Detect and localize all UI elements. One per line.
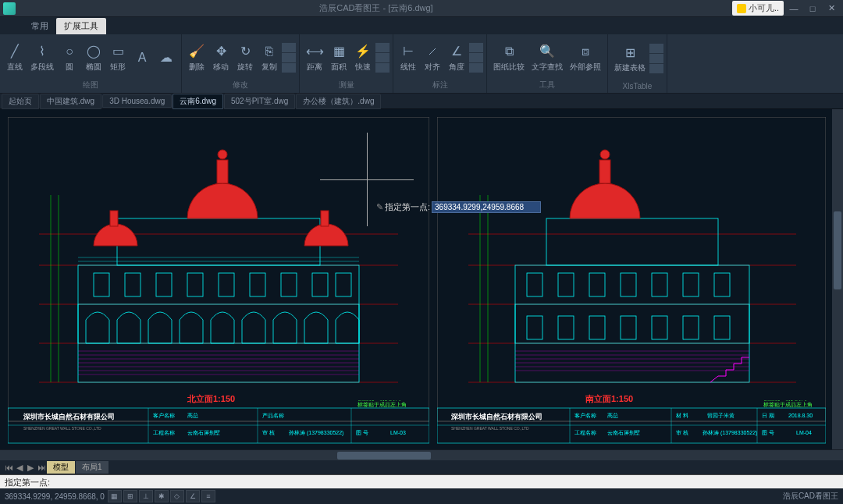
tool-angle[interactable]: ∠角度 bbox=[445, 41, 468, 74]
tool-align[interactable]: ⟋对齐 bbox=[421, 41, 444, 74]
tool-line[interactable]: ╱直线 bbox=[3, 41, 27, 74]
tool-ellipse[interactable]: ◯椭圆 bbox=[82, 41, 105, 74]
close-button[interactable]: ✕ bbox=[823, 2, 840, 16]
xref-icon: ⧈ bbox=[577, 43, 594, 60]
table-icon: ⊞ bbox=[621, 44, 638, 61]
ortho-toggle[interactable]: ⊥ bbox=[139, 490, 153, 502]
svg-rect-56 bbox=[652, 316, 667, 339]
svg-text:材 料: 材 料 bbox=[675, 413, 688, 418]
otrack-toggle[interactable]: ∠ bbox=[186, 490, 200, 502]
command-line[interactable]: 指定第一点: bbox=[0, 474, 843, 488]
tab-nav-last[interactable]: ⏭ bbox=[36, 462, 47, 473]
polyline-icon: ⌇ bbox=[34, 43, 51, 60]
tool-small-12[interactable] bbox=[649, 64, 663, 73]
lwt-toggle[interactable]: ≡ bbox=[201, 490, 215, 502]
tab-layout1[interactable]: 布局1 bbox=[76, 461, 108, 474]
svg-text:云南石屏别墅: 云南石屏别墅 bbox=[607, 430, 640, 435]
grid-toggle[interactable]: ⊞ bbox=[123, 490, 137, 502]
user-chip[interactable]: 小可儿.. bbox=[732, 1, 784, 16]
circle-icon: ○ bbox=[61, 43, 78, 60]
tool-move[interactable]: ✥移动 bbox=[209, 41, 233, 74]
tool-small-11[interactable] bbox=[649, 54, 663, 63]
status-bar: 369334.9299, 24959.8668, 0 ▦ ⊞ ⊥ ✱ ◇ ∠ ≡… bbox=[0, 488, 843, 504]
tool-rect[interactable]: ▭矩形 bbox=[106, 41, 130, 74]
hscroll-thumb[interactable] bbox=[337, 452, 431, 460]
ribbon-group-xlstable: ⊞新建表格 XlsTable bbox=[608, 34, 667, 93]
tool-small-4[interactable] bbox=[375, 43, 389, 52]
svg-point-23 bbox=[218, 150, 227, 159]
tool-small-10[interactable] bbox=[649, 44, 663, 53]
text-icon: A bbox=[133, 49, 151, 66]
rect-icon: ▭ bbox=[109, 43, 126, 60]
svg-rect-48 bbox=[621, 273, 636, 296]
minimize-button[interactable]: — bbox=[785, 2, 802, 16]
svg-rect-53 bbox=[558, 316, 574, 339]
tab-nav-prev[interactable]: ◀ bbox=[14, 462, 25, 473]
tool-rotate[interactable]: ↻旋转 bbox=[233, 41, 257, 74]
tool-linear[interactable]: ⊢线性 bbox=[397, 41, 420, 74]
app-logo-icon bbox=[3, 2, 16, 15]
doctab-start[interactable]: 起始页 bbox=[2, 94, 39, 109]
horizontal-scrollbar[interactable] bbox=[0, 449, 843, 460]
svg-rect-57 bbox=[683, 316, 699, 339]
tool-small-6[interactable] bbox=[375, 63, 389, 73]
vertical-scrollbar[interactable] bbox=[832, 109, 843, 449]
tab-nav-next[interactable]: ▶ bbox=[25, 462, 36, 473]
doctab-2[interactable]: 3D Housea.dwg bbox=[102, 94, 172, 108]
tool-compare[interactable]: ⧉图纸比较 bbox=[490, 41, 528, 74]
svg-rect-58 bbox=[714, 316, 730, 339]
svg-text:留园子米黄: 留园子米黄 bbox=[707, 413, 735, 419]
doctab-5[interactable]: 办公楼（建筑）.dwg bbox=[296, 94, 381, 109]
tool-small-7[interactable] bbox=[469, 43, 483, 52]
svg-rect-54 bbox=[589, 316, 605, 339]
tab-model[interactable]: 模型 bbox=[47, 461, 75, 474]
polar-toggle[interactable]: ✱ bbox=[155, 490, 169, 502]
coordinate-input[interactable] bbox=[432, 201, 541, 213]
tool-small-5[interactable] bbox=[375, 53, 389, 62]
doctab-4[interactable]: 502号PIT室.dwg bbox=[224, 94, 295, 109]
tool-small-8[interactable] bbox=[469, 53, 483, 62]
distance-icon: ⟷ bbox=[306, 43, 323, 60]
compare-icon: ⧉ bbox=[500, 43, 518, 60]
osnap-toggle[interactable]: ◇ bbox=[170, 490, 184, 502]
tool-distance[interactable]: ⟷距离 bbox=[303, 41, 326, 74]
tab-extended-tools[interactable]: 扩展工具 bbox=[56, 18, 106, 34]
svg-rect-45 bbox=[527, 273, 542, 296]
vscroll-thumb[interactable] bbox=[834, 211, 841, 289]
tool-text[interactable]: A bbox=[130, 48, 154, 68]
tool-erase[interactable]: 🧹删除 bbox=[185, 41, 208, 74]
tool-xref[interactable]: ⧈外部参照 bbox=[567, 41, 604, 74]
tool-textfind[interactable]: 🔍文字查找 bbox=[528, 41, 566, 74]
textfind-icon: 🔍 bbox=[539, 43, 556, 60]
svg-text:SHENZHEN GREAT WALL STONE CO.,: SHENZHEN GREAT WALL STONE CO.,LTD bbox=[23, 426, 101, 431]
tool-small-9[interactable] bbox=[469, 63, 483, 73]
user-avatar-icon bbox=[737, 4, 746, 13]
maximize-button[interactable]: □ bbox=[804, 2, 821, 16]
tool-small-1[interactable] bbox=[282, 43, 296, 52]
svg-text:SHENZHEN GREAT WALL STONE CO.,: SHENZHEN GREAT WALL STONE CO.,LTD bbox=[451, 426, 529, 431]
tool-polyline[interactable]: ⌇多段线 bbox=[27, 41, 57, 74]
snap-toggle[interactable]: ▦ bbox=[108, 490, 122, 502]
group-label-modify: 修改 bbox=[185, 79, 296, 91]
svg-text:产品名称: 产品名称 bbox=[262, 413, 284, 418]
doctab-1[interactable]: 中国建筑.dwg bbox=[40, 94, 101, 109]
svg-rect-16 bbox=[250, 273, 265, 296]
svg-rect-25 bbox=[321, 211, 329, 226]
tool-newtable[interactable]: ⊞新建表格 bbox=[611, 42, 649, 75]
drawing-canvas[interactable]: 北立面1:150 南立面1:150 深圳市长城自然石材有限公司 SHENZHEN… bbox=[0, 109, 843, 449]
svg-rect-12 bbox=[125, 273, 140, 296]
tool-cloud[interactable]: ☁ bbox=[155, 48, 178, 68]
drawing-right-elevation: 南立面1:150 bbox=[437, 117, 826, 429]
tool-quick[interactable]: ⚡快速 bbox=[351, 41, 375, 74]
tool-small-3[interactable] bbox=[282, 63, 296, 73]
svg-rect-17 bbox=[281, 273, 297, 296]
tab-common[interactable]: 常用 bbox=[23, 18, 56, 34]
tool-small-2[interactable] bbox=[282, 53, 296, 62]
tab-nav-first[interactable]: ⏮ bbox=[3, 462, 14, 473]
tool-copy[interactable]: ⎘复制 bbox=[258, 41, 281, 74]
svg-text:图 号: 图 号 bbox=[762, 430, 774, 435]
tool-area[interactable]: ▦面积 bbox=[327, 41, 350, 74]
tool-circle[interactable]: ○圆 bbox=[58, 41, 81, 74]
group-label-xlstable: XlsTable bbox=[611, 81, 663, 91]
doctab-3[interactable]: 云南6.dwg bbox=[173, 94, 223, 109]
